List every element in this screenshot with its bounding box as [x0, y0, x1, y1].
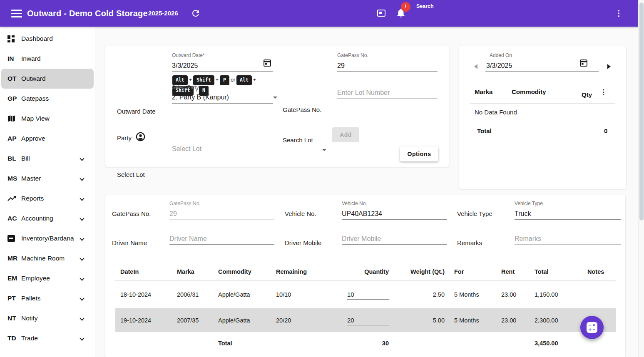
cell-commodity: Apple/Gatta: [218, 291, 276, 298]
vehicle-no-field-group: Vehicle No.: [342, 201, 447, 220]
search-lot-input[interactable]: [337, 87, 438, 99]
chevron-down-icon: [80, 276, 84, 280]
cell-rent: 23.00: [501, 317, 535, 324]
driver-mobile-field-group: [342, 233, 447, 245]
sidebar-item-bill[interactable]: BL Bill: [1, 149, 94, 169]
col-commodity: Commodity: [218, 268, 276, 275]
scrollbar-thumb[interactable]: [639, 2, 644, 221]
footer-total-label: Total: [218, 340, 276, 347]
added-on-field-group: Added On: [485, 53, 599, 72]
sidebar-item-reports[interactable]: Reports: [1, 188, 94, 208]
table-row-highlighted: 19-10-2024 2007/35 Apple/Gatta 20/20 5.0…: [115, 308, 616, 332]
kbd-p: P: [220, 75, 229, 85]
vehicle-type-label: Vehicle Type: [457, 210, 492, 217]
sidebar-item-employee[interactable]: EM Employee: [1, 268, 94, 288]
cell-total: 2,300.00: [535, 317, 587, 324]
select-lot-placeholder: Select Lot: [172, 144, 327, 155]
driver-name-input[interactable]: [169, 233, 274, 245]
sidebar-item-notify[interactable]: NT Notify: [1, 308, 94, 328]
cell-datein: 18-10-2024: [115, 291, 177, 298]
sidebar-item-pallets[interactable]: PT Pallets: [1, 288, 94, 308]
previous-day-arrow[interactable]: [474, 64, 477, 69]
sidebar-item-map-view[interactable]: Map View: [1, 109, 94, 129]
calendar-icon[interactable]: [263, 59, 271, 67]
overflow-menu-icon[interactable]: ⋮: [615, 8, 623, 19]
col-total: Total: [535, 268, 587, 275]
sidebar-item-master[interactable]: MS Master: [1, 169, 94, 188]
panel-overflow-menu-icon[interactable]: ⋮: [600, 88, 607, 97]
sidebar-item-accounting[interactable]: AC Accounting: [1, 208, 94, 228]
quantity-input[interactable]: [347, 315, 389, 325]
gatepass-no-label: GatePass No.: [283, 106, 321, 113]
sidebar-item-outward[interactable]: OT Outward: [1, 69, 94, 89]
app-root: Outward - Demo Cold Storage 2025-2026 ! …: [0, 0, 644, 357]
sidebar-item-machine-room[interactable]: MR Machine Room: [1, 248, 94, 268]
gatepass-no-readonly-input: [169, 208, 274, 220]
col-for: For: [454, 268, 501, 275]
party-select[interactable]: Select Party 2. Party B (Kanpur): [172, 85, 273, 104]
vehicle-no-input[interactable]: [342, 208, 447, 220]
select-lot-label: Select Lot: [117, 171, 145, 178]
select-lot-select[interactable]: Select Lot: [172, 144, 327, 155]
next-day-arrow[interactable]: [607, 64, 611, 69]
refresh-icon[interactable]: [191, 8, 201, 18]
options-button[interactable]: Options: [400, 146, 438, 161]
trending-chart-icon: [7, 196, 19, 201]
chevron-down-icon: [80, 156, 84, 161]
panel-total-label: Total: [477, 127, 492, 134]
remarks-label: Remarks: [457, 239, 482, 246]
kbd-shift: Shift: [193, 75, 214, 85]
add-button[interactable]: Add: [332, 127, 359, 142]
menu-icon[interactable]: [11, 10, 22, 17]
lots-table: DateIn Marka Commodity Remaining Quantit…: [115, 263, 616, 355]
cell-remaining: 20/20: [276, 317, 347, 324]
calculator-fab-button[interactable]: −×+=: [580, 316, 604, 339]
outward-date-floating-label: Outward Date*: [172, 53, 273, 58]
gatepass-no-input[interactable]: [337, 60, 438, 72]
sidebar-item-gatepass[interactable]: GP Gatepass: [1, 89, 94, 109]
table-footer-row: Total 30 3,450.00: [115, 332, 616, 355]
sidebar-item-inventory-bardana[interactable]: Inventory/Bardana: [1, 228, 94, 248]
cell-weight: 5.00: [389, 317, 445, 324]
party-label: Party: [117, 134, 132, 141]
driver-mobile-input[interactable]: [342, 233, 447, 245]
reader-mode-icon[interactable]: [377, 10, 385, 17]
search-label[interactable]: Search: [416, 3, 434, 9]
calendar-icon[interactable]: [579, 59, 588, 67]
table-row: 18-10-2024 2006/31 Apple/Gatta 10/10 2.5…: [115, 281, 616, 308]
quantity-input[interactable]: [347, 290, 389, 300]
cell-marka: 2006/31: [177, 291, 218, 298]
search-lot-field-group: [337, 87, 438, 99]
kbd-alt: Alt: [172, 75, 188, 85]
chevron-down-icon: [80, 316, 84, 320]
chevron-down-icon: [80, 176, 84, 181]
gatepass-field-group: GatePass No.: [337, 53, 438, 72]
outward-form-card: Outward Date Outward Date* Alt+Shift+Por…: [105, 46, 449, 167]
col-marka: Marka: [177, 268, 218, 275]
cell-datein: 19-10-2024: [115, 317, 177, 324]
cell-for: 5 Months: [454, 317, 501, 324]
outward-date-input[interactable]: [172, 60, 273, 72]
sidebar-item-inward[interactable]: IN Inward: [1, 49, 94, 69]
sidebar-item-trade[interactable]: TD Trade: [1, 328, 94, 348]
app-bar: Outward - Demo Cold Storage 2025-2026 ! …: [0, 0, 644, 27]
sidebar-item-approve[interactable]: AP Approve: [1, 129, 94, 149]
cell-total: 1,150.00: [535, 291, 587, 298]
dropdown-arrow-icon: [322, 149, 326, 151]
fiscal-year-label[interactable]: 2025-2026: [148, 0, 178, 27]
outward-date-field-group: Outward Date*: [172, 53, 273, 72]
sidebar: Dashboard IN Inward OT Outward GP Gatepa…: [0, 27, 95, 357]
remarks-input[interactable]: [515, 233, 621, 245]
cell-marka: 2007/35: [177, 317, 218, 324]
vehicle-type-input[interactable]: [515, 208, 621, 220]
vehicle-type-field-group: Vehicle Type: [515, 201, 621, 220]
footer-total-amount: 3,450.00: [535, 340, 587, 347]
cell-rent: 23.00: [501, 291, 535, 298]
col-remaining: Remaining: [276, 268, 347, 275]
page-title: Outward - Demo Cold Storage: [27, 0, 148, 27]
notification-badge: !: [401, 2, 410, 12]
chevron-down-icon: [80, 296, 84, 300]
driver-name-field-group: [169, 233, 274, 245]
footer-total-quantity: 30: [347, 340, 389, 347]
sidebar-item-dashboard[interactable]: Dashboard: [1, 29, 94, 49]
